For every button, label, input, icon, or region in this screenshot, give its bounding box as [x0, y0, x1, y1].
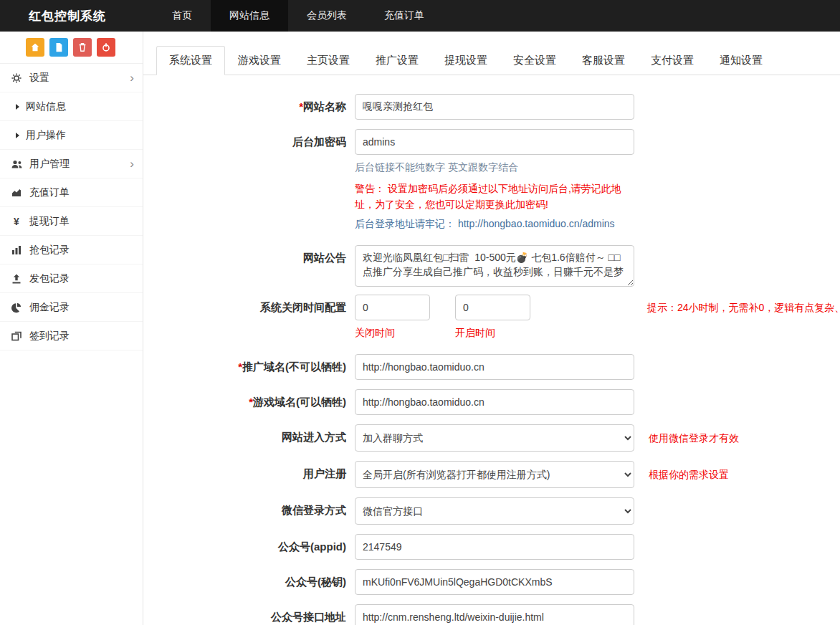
wechat-login-select[interactable]: 微信官方接口	[355, 497, 634, 525]
trash-icon	[77, 42, 87, 52]
form-row-secret: 公众号(秘钥)	[156, 569, 840, 595]
tab-home-settings[interactable]: 主页设置	[294, 46, 363, 75]
top-bar: 红包控制系统 首页 网站信息 会员列表 充值订单	[0, 0, 840, 32]
form-row-notice: 网站公告 欢迎光临凤凰红包□扫雷 10-500元💣 七包1.6倍赔付～ □□点推…	[156, 245, 840, 287]
sidebar-item-site-info[interactable]: 网站信息	[0, 92, 143, 121]
register-select[interactable]: 全局开启(所有浏览器打开都使用注册方式)	[355, 461, 634, 488]
sidebar-item-user-operations[interactable]: 用户操作	[0, 121, 143, 150]
users-icon	[10, 158, 23, 170]
form-row-api-url: 公众号接口地址	[156, 604, 840, 625]
register-label: 用户注册	[156, 461, 355, 487]
admin-path-help: 后台链接不能纯数字 英文跟数字结合	[355, 161, 634, 174]
tab-support-settings[interactable]: 客服设置	[569, 46, 638, 75]
quick-actions	[0, 32, 143, 64]
app-title: 红包控制系统	[0, 0, 143, 32]
secret-input[interactable]	[355, 569, 634, 595]
tab-payment-settings[interactable]: 支付设置	[638, 46, 707, 75]
promo-domain-input[interactable]	[355, 354, 634, 380]
notice-textarea[interactable]: 欢迎光临凤凰红包□扫雷 10-500元💣 七包1.6倍赔付～ □□点推广分享生成…	[355, 245, 634, 287]
pie-chart-icon	[10, 302, 23, 313]
tab-notify-settings[interactable]: 通知设置	[707, 46, 775, 75]
close-time-input[interactable]	[355, 295, 430, 320]
entry-mode-label: 网站进入方式	[156, 424, 355, 450]
sidebar-item-label: 用户操作	[26, 129, 66, 142]
open-time-input[interactable]	[455, 295, 530, 320]
appid-input[interactable]	[355, 534, 634, 560]
sidebar-item-settings[interactable]: 设置 ›	[0, 64, 143, 92]
close-time-label: 系统关闭时间配置	[156, 295, 355, 320]
appid-label: 公众号(appid)	[156, 534, 355, 560]
bar-chart-icon	[10, 244, 23, 256]
site-name-input[interactable]	[355, 94, 634, 120]
sidebar-item-label: 设置	[29, 72, 49, 85]
register-hint: 根据你的需求设置	[649, 461, 729, 488]
tab-withdraw-settings[interactable]: 提现设置	[431, 46, 500, 75]
power-button[interactable]	[97, 38, 115, 57]
sidebar-item-label: 用户管理	[29, 158, 70, 171]
tab-security-settings[interactable]: 安全设置	[500, 46, 569, 75]
form-row-admin-path: 后台加密码 后台链接不能纯数字 英文跟数字结合 警告： 设置加密码后必须通过以下…	[156, 129, 840, 231]
sidebar-item-user-management[interactable]: 用户管理 ›	[0, 150, 143, 178]
promo-domain-label: *推广域名(不可以牺牲)	[156, 354, 355, 380]
entry-mode-hint: 使用微信登录才有效	[649, 424, 739, 452]
admin-path-input[interactable]	[355, 129, 634, 155]
entry-mode-select[interactable]: 加入群聊方式	[355, 424, 634, 452]
sidebar-item-label: 签到记录	[29, 330, 70, 343]
upload-icon	[10, 273, 23, 285]
sidebar-item-label: 抢包记录	[29, 244, 70, 257]
secret-label: 公众号(秘钥)	[156, 569, 355, 595]
site-name-label: *网站名称	[156, 94, 355, 120]
notice-label: 网站公告	[156, 245, 355, 271]
gear-icon	[10, 72, 23, 84]
close-time-caption: 关闭时间	[355, 327, 430, 340]
close-time-hint: 提示：24小时制，无需补0，逻辑有点复杂、前面的时间不能比后	[647, 295, 840, 320]
nav-item-members[interactable]: 会员列表	[288, 0, 366, 32]
area-chart-icon	[10, 187, 23, 199]
tab-promo-settings[interactable]: 推广设置	[363, 46, 431, 75]
form-row-wechat-login: 微信登录方式 微信官方接口	[156, 497, 840, 525]
home-button[interactable]	[26, 38, 44, 57]
nav-item-recharge-orders[interactable]: 充值订单	[366, 0, 443, 32]
form-row-site-name: *网站名称	[156, 94, 840, 120]
sidebar-item-withdraw-orders[interactable]: ¥ 提现订单	[0, 207, 143, 236]
file-icon	[54, 42, 64, 52]
sidebar-item-label: 充值订单	[29, 186, 70, 199]
open-time-caption: 开启时间	[455, 327, 530, 340]
settings-tabs: 系统设置 游戏设置 主页设置 推广设置 提现设置 安全设置 客服设置 支付设置 …	[143, 46, 840, 75]
sidebar-item-label: 网站信息	[26, 100, 66, 113]
yen-icon: ¥	[10, 216, 23, 227]
sidebar-item-recharge-orders[interactable]: 充值订单	[0, 178, 143, 207]
admin-path-warning: 警告： 设置加密码后必须通过以下地址访问后台,请劳记此地址，为了安全，您也可以定…	[355, 181, 631, 213]
game-domain-input[interactable]	[355, 389, 634, 415]
chevron-right-icon: ›	[130, 72, 134, 84]
form-row-register: 用户注册 全局开启(所有浏览器打开都使用注册方式) 根据你的需求设置	[156, 461, 840, 488]
file-button[interactable]	[49, 38, 68, 57]
sign-icon	[10, 330, 23, 342]
api-url-input[interactable]	[355, 604, 634, 625]
sidebar-item-send-records[interactable]: 发包记录	[0, 264, 143, 293]
sidebar-item-commission-records[interactable]: 佣金记录	[0, 293, 143, 322]
tab-system-settings[interactable]: 系统设置	[156, 46, 225, 75]
nav-item-site-info[interactable]: 网站信息	[211, 0, 288, 32]
chevron-right-icon: ›	[130, 158, 134, 170]
game-domain-label: *游戏域名(可以牺牲)	[156, 389, 355, 415]
sidebar-item-label: 佣金记录	[29, 301, 70, 314]
sidebar-item-label: 提现订单	[29, 215, 70, 228]
sidebar-item-label: 发包记录	[29, 272, 70, 285]
tab-game-settings[interactable]: 游戏设置	[225, 46, 294, 75]
form-row-appid: 公众号(appid)	[156, 534, 840, 560]
form-row-entry-mode: 网站进入方式 加入群聊方式 使用微信登录才有效	[156, 424, 840, 452]
trash-button[interactable]	[73, 38, 92, 57]
caret-right-icon	[16, 104, 19, 110]
sidebar-item-checkin-records[interactable]: 签到记录	[0, 322, 143, 350]
nav-item-home[interactable]: 首页	[153, 0, 211, 32]
home-icon	[30, 42, 40, 52]
admin-path-label: 后台加密码	[156, 129, 355, 155]
main-content: 系统设置 游戏设置 主页设置 推广设置 提现设置 安全设置 客服设置 支付设置 …	[143, 32, 840, 625]
api-url-label: 公众号接口地址	[156, 604, 355, 625]
form-row-game-domain: *游戏域名(可以牺牲)	[156, 389, 840, 415]
sidebar-item-grab-records[interactable]: 抢包记录	[0, 236, 143, 264]
power-icon	[101, 42, 111, 52]
form-row-close-time: 系统关闭时间配置 关闭时间 开启时间 提示：24小时制，无需补0，逻辑有点复杂、…	[156, 295, 840, 340]
wechat-login-label: 微信登录方式	[156, 497, 355, 523]
